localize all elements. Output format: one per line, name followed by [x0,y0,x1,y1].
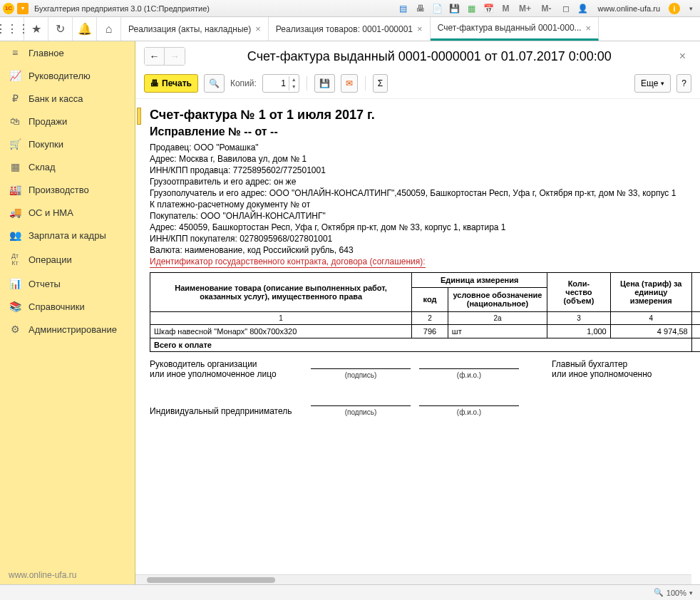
scrollbar-thumb[interactable] [147,577,275,583]
sidebar-item-bank[interactable]: ₽Банк и касса [0,87,135,110]
fio-line [419,396,519,406]
factory-icon: 🏭 [9,184,21,195]
sidebar-item-zarplata[interactable]: 👥Зарплата и кадры [0,224,135,247]
nav-arrows: ← → [144,47,185,66]
window-icon[interactable]: ◻ [560,2,572,15]
head-label2: или иное уполномоченное лицо [150,369,307,379]
truck-icon: 🚚 [9,207,21,218]
user-icon[interactable]: 👤 [577,2,590,15]
books-icon: 📚 [9,301,21,312]
fio-sub: (ф.и.о.) [415,371,523,379]
calculator-icon[interactable]: ▦ [465,2,478,15]
preview-icon[interactable]: ▤ [397,2,410,15]
sidebar-item-glavnoe[interactable]: ≡Главное [0,41,135,64]
cell-name: Шкаф навесной "Монарх" 800х700х320 [150,325,412,338]
cell-qty: 1,000 [547,325,611,338]
sidebar-item-prodazhi[interactable]: 🛍Продажи [0,110,135,133]
sidebar-item-sklad[interactable]: ▦Склад [0,155,135,178]
total-row: Всего к оплате 4 974, [150,338,701,352]
cell-code: 796 [412,325,448,338]
sidebar-item-operacii[interactable]: Дт КтОперации [0,247,135,272]
dtkt-icon: Дт Кт [9,252,21,267]
sidebar-item-proizvodstvo[interactable]: 🏭Производство [0,178,135,201]
document-toolbar: 🖶Печать 🔍 Копий: ▲▼ 💾 ✉ Σ Еще ▾ ? [135,71,700,99]
print-button[interactable]: 🖶Печать [144,74,198,93]
sidebar-item-label: Справочники [29,301,85,312]
bars-icon: 📊 [9,278,21,289]
tab-realizaciya[interactable]: Реализация (акты, накладные) × [121,17,269,41]
close-document-button[interactable]: × [674,50,691,63]
help-label: ? [681,78,686,88]
close-icon[interactable]: × [586,23,592,33]
th-name: Наименование товара (описание выполненны… [150,273,412,312]
memory-mminus-button[interactable]: M- [538,2,555,15]
zoom-icon[interactable]: 🔍 [654,588,664,597]
copies-spinner[interactable]: ▲▼ [262,74,299,93]
favorites-button[interactable]: ★ [24,17,48,41]
tabs-container: Реализация (акты, накладные) × Реализаци… [121,17,700,41]
chevron-down-icon[interactable]: ▾ [684,2,697,15]
sidebar-footer-link[interactable]: www.online-ufa.ru [9,570,76,580]
sidebar-item-label: Банк и касса [29,93,83,104]
tab-realizaciya-tovarov[interactable]: Реализация товаров: 0001-000001 × [269,17,431,41]
th-cost: Стоимость товар (работ, услуг), имуществ… [691,273,700,312]
chevron-down-icon: ▾ [661,80,664,87]
forward-button[interactable]: → [165,48,185,65]
table-row[interactable]: Шкаф навесной "Монарх" 800х700х320 796 ш… [150,325,701,338]
ruble-icon: ₽ [9,93,21,104]
apps-grid-button[interactable]: ⋮⋮⋮ [0,17,24,41]
calendar-icon[interactable]: 📅 [483,2,495,15]
sidebar-item-otchety[interactable]: 📊Отчеты [0,272,135,295]
chevron-down-icon[interactable]: ▾ [689,589,693,596]
spin-down-button[interactable]: ▼ [289,83,299,90]
sidebar-item-label: Руководителю [29,71,91,81]
system-dropdown-button[interactable]: ▾ [17,3,29,14]
save-icon[interactable]: 💾 [448,2,461,15]
preview-button[interactable]: 🔍 [204,74,225,93]
info-icon[interactable]: i [669,3,680,14]
close-icon[interactable]: × [417,24,423,34]
sidebar-item-pokupki[interactable]: 🛒Покупки [0,133,135,155]
save-doc-button[interactable]: 💾 [314,74,335,93]
sum-button[interactable]: Σ [373,74,388,93]
close-icon[interactable]: × [255,24,261,34]
th-unit-sym: условное обозначение (национальное) [448,287,547,311]
document-title: Счет-фактура выданный 0001-0000001 от 01… [191,49,668,64]
email-button[interactable]: ✉ [341,74,358,93]
spin-up-button[interactable]: ▲ [289,76,299,83]
sidebar-item-rukovoditelyu[interactable]: 📈Руководителю [0,64,135,87]
signature-row-ip: Индивидуальный предприниматель (подпись)… [150,396,700,416]
sidebar-item-administrirovanie[interactable]: ⚙Администрирование [0,318,135,341]
info-line: ИНН/КПП покупателя: 0278095968/027801001 [150,234,700,244]
document-icon[interactable]: 📄 [431,2,444,15]
colnum: 4 [610,312,691,325]
horizontal-scrollbar[interactable] [135,574,691,584]
sidebar-item-label: Зарплата и кадры [29,230,106,241]
info-line: Покупатель: ООО "ОНЛАЙН-КОНСАЛТИНГ" [150,211,700,221]
print-icon[interactable]: 🖶 [414,2,427,15]
home-button[interactable]: ⌂ [97,17,121,41]
memory-m-button[interactable]: M [500,2,513,15]
copies-label: Копий: [230,78,257,88]
history-button[interactable]: ↻ [48,17,73,41]
sidebar-item-spravochniki[interactable]: 📚Справочники [0,295,135,318]
sign-line [311,396,411,406]
sidebar-item-os-nma[interactable]: 🚚ОС и НМА [0,201,135,224]
more-button[interactable]: Еще ▾ [634,74,671,93]
back-button[interactable]: ← [145,48,165,65]
zoom-value: 100% [666,589,686,597]
separator [365,76,366,90]
notifications-button[interactable]: 🔔 [73,17,97,41]
sidebar: ≡Главное 📈Руководителю ₽Банк и касса 🛍Пр… [0,41,135,584]
help-button[interactable]: ? [676,74,691,93]
sidebar-item-label: Администрирование [29,324,117,335]
tab-label: Счет-фактура выданный 0001-000... [438,23,582,33]
memory-mplus-button[interactable]: M+ [517,2,534,15]
sign-line [311,359,411,369]
cart-icon: 🛒 [9,138,21,150]
th-qty: Коли- чество (объем) [547,273,611,312]
copies-input[interactable] [263,76,289,91]
tab-schet-faktura[interactable]: Счет-фактура выданный 0001-000... × [431,17,599,41]
cell-price: 4 974,58 [610,325,691,338]
document-body-scroll[interactable]: Счет-фактура № 1 от 1 июля 2017 г. Испра… [135,99,700,574]
